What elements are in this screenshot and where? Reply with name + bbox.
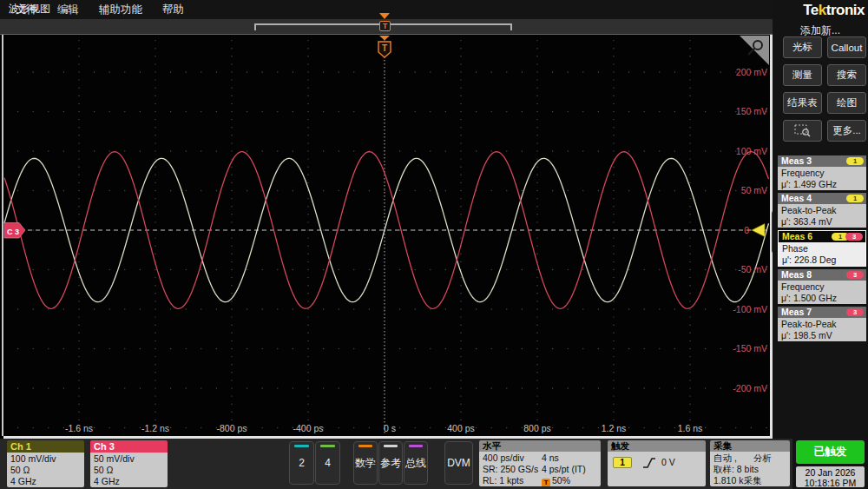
measurement-badge-meas-8[interactable]: Meas 83Frequencyμ': 1.500 GHz	[778, 269, 866, 304]
y-tick-label: 200 mV	[736, 67, 767, 77]
datetime-display: 20 Jan 2026 10:18:16 PM	[796, 466, 865, 487]
measurement-badge-meas-3[interactable]: Meas 31Frequencyμ': 1.499 GHz	[778, 155, 866, 190]
zoom-corner-icon[interactable]	[740, 36, 769, 65]
measurement-values: Peak-to-Peakμ': 363.4 mV	[778, 204, 866, 228]
measurement-name: Meas 41	[778, 193, 866, 204]
channel-color-stripe	[358, 445, 372, 447]
horizontal-panel[interactable]: 水平 400 ps/div4 nsSR: 250 GS/s4 ps/pt (IT…	[479, 440, 601, 486]
trigger-panel[interactable]: 触发 1 0 V	[608, 440, 706, 486]
measure-button[interactable]: 测量	[783, 64, 822, 86]
horizontal-title: 水平	[479, 440, 601, 452]
time-label: 10:18:16 PM	[796, 478, 865, 488]
x-tick-label: 1.2 ns	[602, 423, 627, 433]
trigger-level-value: 0 V	[661, 457, 675, 468]
trigger-position-icon: T	[542, 479, 550, 486]
trigger-status-indicator: 已触发	[796, 440, 865, 464]
bus-button[interactable]: 总线	[404, 441, 428, 485]
tektronix-logo: Tektronix	[803, 2, 865, 19]
cursor-button[interactable]: 光标	[783, 36, 822, 58]
channel-badge-ch3[interactable]: Ch 350 mV/div50 Ω4 GHz	[90, 440, 168, 487]
search-button[interactable]: 搜索	[827, 64, 866, 86]
acq-count: 1.810 k采集	[713, 475, 790, 486]
measurement-name: Meas 613	[779, 231, 865, 242]
measurement-values: Phaseμ': 226.8 Deg	[779, 242, 865, 266]
measurement-values: Frequencyμ': 1.500 GHz	[778, 281, 866, 304]
callout-button[interactable]: Callout	[827, 36, 866, 58]
measurement-values: Peak-to-Peakμ': 198.5 mV	[778, 318, 866, 341]
y-tick-label: -50 mV	[738, 264, 767, 274]
horizontal-row: SR: 250 GS/s4 ps/pt (IT)	[483, 464, 601, 475]
bottom-settings-bar: Ch 1100 mV/div50 Ω4 GHzCh 350 mV/div50 Ω…	[0, 439, 792, 489]
horizontal-row: RL: 1 kptsT50%	[483, 475, 601, 486]
x-tick-label: -400 ps	[293, 423, 323, 433]
menu-item-accessibility[interactable]: 辅助功能	[99, 3, 142, 17]
x-tick-label: 800 ps	[523, 423, 551, 433]
source-channel-pill: 3	[846, 271, 864, 279]
y-tick-label: -150 mV	[733, 343, 767, 354]
graticule	[18, 41, 766, 428]
trigger-marker-arrow-icon	[379, 36, 390, 41]
channel-color-stripe	[409, 445, 423, 447]
results-table-button[interactable]: 结果表	[783, 92, 822, 114]
channel-color-stripe	[294, 445, 308, 447]
channel-settings: 50 mV/div50 Ω4 GHz	[90, 453, 168, 487]
source-channel-pill: 1	[846, 157, 864, 165]
x-tick-label: -800 ps	[216, 423, 247, 433]
horizontal-row: 400 ps/div4 ns	[483, 453, 601, 464]
ch3-ground-marker-label: C 3	[7, 228, 19, 236]
plot-button[interactable]: 绘图	[827, 92, 866, 114]
y-tick-label: 0	[744, 225, 749, 235]
ch4-button[interactable]: 4	[315, 441, 340, 485]
source-channel-pill: 3	[846, 308, 864, 316]
dvm-button[interactable]: DVM	[444, 441, 473, 485]
x-tick-label: 400 ps	[447, 423, 475, 433]
y-tick-label: 50 mV	[741, 185, 767, 195]
y-tick-label: 100 mV	[736, 146, 767, 156]
acquisition-panel[interactable]: 采集 自动 , 分析 取样: 8 bits 1.810 k采集	[710, 440, 790, 486]
rising-edge-icon	[642, 456, 656, 470]
x-tick-label: -1.2 ns	[141, 423, 169, 433]
channel-color-stripe	[320, 445, 334, 447]
y-tick-label: -200 mV	[733, 383, 767, 393]
ref-button[interactable]: 参考	[378, 441, 403, 485]
channel-name: Ch 1	[7, 440, 84, 453]
trigger-position-arrow-icon	[379, 13, 390, 19]
y-tick-label: 150 mV	[736, 106, 767, 116]
menu-item-help[interactable]: 帮助	[162, 3, 184, 17]
measurement-values: Frequencyμ': 1.499 GHz	[778, 167, 866, 190]
measurement-badge-meas-6[interactable]: Meas 613Phaseμ': 226.8 Deg	[778, 230, 866, 267]
trigger-t-label: T	[382, 43, 387, 53]
waveform-plot[interactable]: 200 mV150 mV100 mV50 mV0-50 mV-100 mV-15…	[3, 35, 770, 436]
sidebar: Tektronix 添加新... 光标Callout测量搜索结果表绘图更多...…	[773, 0, 868, 489]
measurement-badge-meas-7[interactable]: Meas 73Peak-to-Peakμ': 198.5 mV	[778, 307, 866, 341]
ch2-button[interactable]: 2	[289, 441, 314, 485]
more-button[interactable]: 更多...	[827, 120, 866, 142]
x-tick-label: -1.6 ns	[65, 423, 93, 433]
x-tick-label: 0 s	[384, 423, 396, 433]
channel-color-stripe	[384, 445, 398, 447]
trigger-level-arrow[interactable]	[752, 224, 765, 237]
trigger-source-badge: 1	[613, 457, 632, 468]
math-button[interactable]: 数学	[353, 441, 378, 485]
date-label: 20 Jan 2026	[796, 467, 865, 478]
zoom-select-icon	[793, 123, 812, 138]
measurement-results-stack: Meas 31Frequencyμ': 1.499 GHzMeas 41Peak…	[778, 155, 866, 341]
acq-mode: 自动 ,	[713, 453, 753, 464]
record-trigger-t-icon[interactable]: T	[379, 21, 391, 31]
channel-settings: 100 mV/div50 Ω4 GHz	[7, 453, 84, 487]
tab-waveform-view[interactable]: 波形视图	[9, 2, 50, 17]
acq-analyze: 分析	[753, 453, 772, 464]
channel-name: Ch 3	[90, 440, 168, 453]
y-tick-label: -100 mV	[733, 304, 767, 314]
acquisition-title: 采集	[710, 440, 790, 452]
channel-badge-ch1[interactable]: Ch 1100 mV/div50 Ω4 GHz	[7, 440, 84, 487]
measurement-badge-meas-4[interactable]: Meas 41Peak-to-Peakμ': 363.4 mV	[778, 193, 866, 228]
trigger-title: 触发	[608, 440, 706, 452]
measurement-name: Meas 31	[778, 155, 866, 167]
source-channel-pill: 1	[846, 195, 864, 202]
add-new-button-grid: 光标Callout测量搜索结果表绘图更多...	[783, 36, 866, 142]
menu-item-edit[interactable]: 编辑	[57, 3, 79, 17]
measurement-name: Meas 83	[778, 269, 866, 281]
zoom-select-button[interactable]	[783, 120, 822, 142]
x-tick-label: 1.6 ns	[678, 423, 703, 433]
